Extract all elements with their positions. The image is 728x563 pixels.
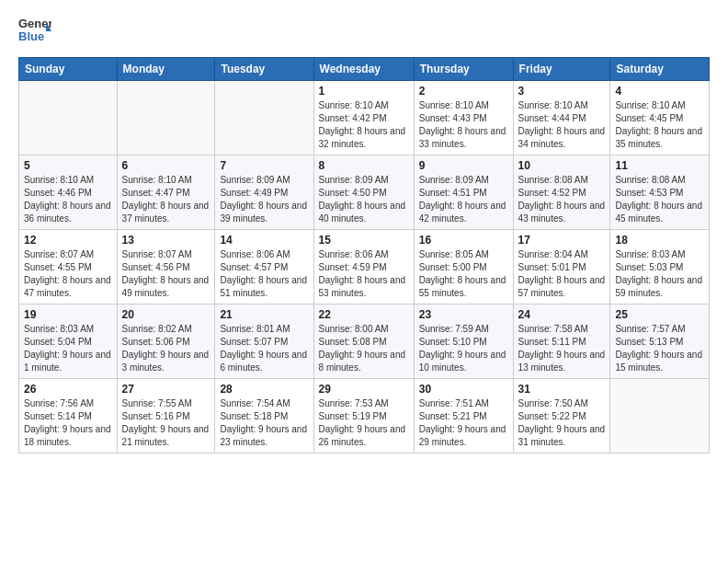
calendar-cell [215, 81, 313, 155]
calendar-cell: 17Sunrise: 8:04 AM Sunset: 5:01 PM Dayli… [513, 230, 610, 304]
calendar-cell: 13Sunrise: 8:07 AM Sunset: 4:56 PM Dayli… [117, 230, 215, 304]
calendar-cell: 2Sunrise: 8:10 AM Sunset: 4:43 PM Daylig… [414, 81, 513, 155]
day-number: 1 [319, 85, 409, 98]
day-number: 14 [220, 234, 308, 247]
calendar-cell: 12Sunrise: 8:07 AM Sunset: 4:55 PM Dayli… [19, 230, 118, 304]
day-info: Sunrise: 7:59 AM Sunset: 5:10 PM Dayligh… [419, 323, 508, 374]
calendar-cell: 14Sunrise: 8:06 AM Sunset: 4:57 PM Dayli… [215, 230, 313, 304]
day-number: 19 [24, 308, 112, 321]
logo: General Blue [18, 15, 51, 48]
day-info: Sunrise: 8:01 AM Sunset: 5:07 PM Dayligh… [220, 323, 308, 374]
calendar-cell: 19Sunrise: 8:03 AM Sunset: 5:04 PM Dayli… [19, 304, 118, 379]
day-number: 13 [122, 234, 210, 247]
day-number: 2 [419, 85, 508, 98]
calendar-cell: 25Sunrise: 7:57 AM Sunset: 5:13 PM Dayli… [610, 304, 710, 379]
day-number: 3 [518, 85, 606, 98]
calendar-week-row: 12Sunrise: 8:07 AM Sunset: 4:55 PM Dayli… [19, 230, 710, 304]
day-number: 15 [319, 234, 409, 247]
calendar-cell: 6Sunrise: 8:10 AM Sunset: 4:47 PM Daylig… [117, 155, 215, 230]
weekday-header-wednesday: Wednesday [313, 58, 414, 81]
calendar-cell: 9Sunrise: 8:09 AM Sunset: 4:51 PM Daylig… [414, 155, 513, 230]
calendar-cell: 21Sunrise: 8:01 AM Sunset: 5:07 PM Dayli… [215, 304, 313, 379]
day-info: Sunrise: 7:56 AM Sunset: 5:14 PM Dayligh… [24, 397, 112, 449]
day-number: 11 [615, 159, 704, 172]
day-number: 5 [24, 159, 112, 172]
day-info: Sunrise: 7:51 AM Sunset: 5:21 PM Dayligh… [419, 397, 508, 449]
weekday-header-saturday: Saturday [610, 58, 710, 81]
weekday-header-tuesday: Tuesday [215, 58, 313, 81]
day-number: 28 [220, 383, 308, 396]
day-info: Sunrise: 8:06 AM Sunset: 4:57 PM Dayligh… [220, 248, 308, 300]
day-info: Sunrise: 8:09 AM Sunset: 4:49 PM Dayligh… [220, 174, 308, 225]
header: General Blue [18, 15, 710, 48]
day-number: 12 [24, 234, 112, 247]
day-info: Sunrise: 7:50 AM Sunset: 5:22 PM Dayligh… [518, 397, 606, 449]
day-number: 26 [24, 383, 112, 396]
calendar-cell: 8Sunrise: 8:09 AM Sunset: 4:50 PM Daylig… [313, 155, 414, 230]
calendar-cell: 31Sunrise: 7:50 AM Sunset: 5:22 PM Dayli… [513, 379, 610, 454]
day-number: 20 [122, 308, 210, 321]
calendar-cell: 15Sunrise: 8:06 AM Sunset: 4:59 PM Dayli… [313, 230, 414, 304]
calendar-cell: 1Sunrise: 8:10 AM Sunset: 4:42 PM Daylig… [313, 81, 414, 155]
day-number: 30 [419, 383, 508, 396]
day-info: Sunrise: 8:10 AM Sunset: 4:45 PM Dayligh… [615, 99, 704, 151]
day-number: 8 [319, 159, 409, 172]
calendar-week-row: 1Sunrise: 8:10 AM Sunset: 4:42 PM Daylig… [19, 81, 710, 155]
calendar-week-row: 5Sunrise: 8:10 AM Sunset: 4:46 PM Daylig… [19, 155, 710, 230]
day-number: 24 [518, 308, 606, 321]
day-info: Sunrise: 7:53 AM Sunset: 5:19 PM Dayligh… [319, 397, 409, 449]
day-info: Sunrise: 8:09 AM Sunset: 4:50 PM Dayligh… [319, 174, 409, 225]
day-number: 31 [518, 383, 606, 396]
day-info: Sunrise: 8:07 AM Sunset: 4:55 PM Dayligh… [24, 248, 112, 300]
day-info: Sunrise: 8:07 AM Sunset: 4:56 PM Dayligh… [122, 248, 210, 300]
calendar-cell: 30Sunrise: 7:51 AM Sunset: 5:21 PM Dayli… [414, 379, 513, 454]
day-info: Sunrise: 8:10 AM Sunset: 4:44 PM Dayligh… [518, 99, 606, 151]
day-info: Sunrise: 8:10 AM Sunset: 4:47 PM Dayligh… [122, 174, 210, 225]
calendar-cell: 22Sunrise: 8:00 AM Sunset: 5:08 PM Dayli… [313, 304, 414, 379]
weekday-header-monday: Monday [117, 58, 215, 81]
day-number: 10 [518, 159, 606, 172]
day-number: 21 [220, 308, 308, 321]
day-info: Sunrise: 8:06 AM Sunset: 4:59 PM Dayligh… [319, 248, 409, 300]
weekday-header-friday: Friday [513, 58, 610, 81]
day-info: Sunrise: 8:00 AM Sunset: 5:08 PM Dayligh… [319, 323, 409, 374]
day-info: Sunrise: 7:57 AM Sunset: 5:13 PM Dayligh… [615, 323, 704, 374]
day-info: Sunrise: 7:55 AM Sunset: 5:16 PM Dayligh… [122, 397, 210, 449]
logo-icon: General Blue [18, 15, 51, 48]
calendar-cell [19, 81, 118, 155]
day-info: Sunrise: 8:02 AM Sunset: 5:06 PM Dayligh… [122, 323, 210, 374]
page: General Blue SundayMondayTuesdayWednesda… [0, 0, 728, 563]
day-info: Sunrise: 8:08 AM Sunset: 4:52 PM Dayligh… [518, 174, 606, 225]
day-info: Sunrise: 7:58 AM Sunset: 5:11 PM Dayligh… [518, 323, 606, 374]
calendar-cell: 5Sunrise: 8:10 AM Sunset: 4:46 PM Daylig… [19, 155, 118, 230]
day-info: Sunrise: 8:10 AM Sunset: 4:42 PM Dayligh… [319, 99, 409, 151]
day-number: 6 [122, 159, 210, 172]
calendar-cell: 29Sunrise: 7:53 AM Sunset: 5:19 PM Dayli… [313, 379, 414, 454]
weekday-header-thursday: Thursday [414, 58, 513, 81]
calendar-cell: 27Sunrise: 7:55 AM Sunset: 5:16 PM Dayli… [117, 379, 215, 454]
weekday-header-sunday: Sunday [19, 58, 118, 81]
day-info: Sunrise: 7:54 AM Sunset: 5:18 PM Dayligh… [220, 397, 308, 449]
calendar-cell: 10Sunrise: 8:08 AM Sunset: 4:52 PM Dayli… [513, 155, 610, 230]
calendar-cell: 24Sunrise: 7:58 AM Sunset: 5:11 PM Dayli… [513, 304, 610, 379]
day-number: 4 [615, 85, 704, 98]
day-number: 17 [518, 234, 606, 247]
day-info: Sunrise: 8:04 AM Sunset: 5:01 PM Dayligh… [518, 248, 606, 300]
day-info: Sunrise: 8:10 AM Sunset: 4:43 PM Dayligh… [419, 99, 508, 151]
day-number: 25 [615, 308, 704, 321]
calendar-cell: 28Sunrise: 7:54 AM Sunset: 5:18 PM Dayli… [215, 379, 313, 454]
calendar-cell: 23Sunrise: 7:59 AM Sunset: 5:10 PM Dayli… [414, 304, 513, 379]
day-number: 23 [419, 308, 508, 321]
day-number: 9 [419, 159, 508, 172]
calendar-week-row: 26Sunrise: 7:56 AM Sunset: 5:14 PM Dayli… [19, 379, 710, 454]
day-number: 27 [122, 383, 210, 396]
day-number: 29 [319, 383, 409, 396]
calendar-cell: 20Sunrise: 8:02 AM Sunset: 5:06 PM Dayli… [117, 304, 215, 379]
calendar-cell: 7Sunrise: 8:09 AM Sunset: 4:49 PM Daylig… [215, 155, 313, 230]
day-info: Sunrise: 8:03 AM Sunset: 5:03 PM Dayligh… [615, 248, 704, 300]
calendar-cell: 4Sunrise: 8:10 AM Sunset: 4:45 PM Daylig… [610, 81, 710, 155]
day-number: 22 [319, 308, 409, 321]
day-info: Sunrise: 8:05 AM Sunset: 5:00 PM Dayligh… [419, 248, 508, 300]
day-number: 16 [419, 234, 508, 247]
calendar-cell: 26Sunrise: 7:56 AM Sunset: 5:14 PM Dayli… [19, 379, 118, 454]
